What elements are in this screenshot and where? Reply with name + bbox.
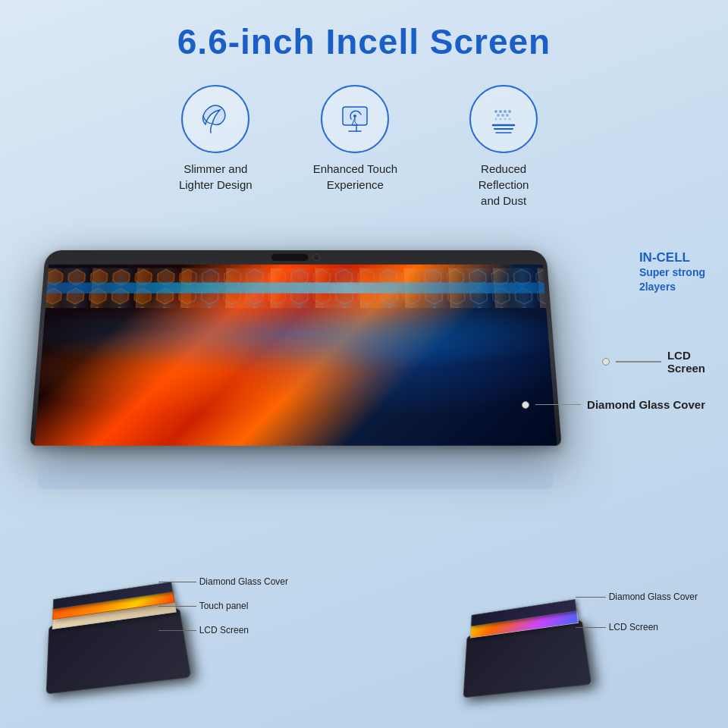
touch-icon: [335, 99, 375, 139]
feature-label-touch: Enhanced TouchExperience: [313, 161, 397, 193]
svg-point-8: [501, 114, 504, 117]
floor-reflection: [38, 444, 554, 489]
incell-title: IN-CELL: [639, 250, 705, 265]
right-label-diamond-text: Diamond Glass Cover: [609, 592, 698, 602]
svg-point-7: [497, 114, 500, 117]
header-section: 6.6-inch Incell Screen: [0, 0, 728, 77]
camera-slot: [271, 254, 309, 261]
svg-rect-23: [46, 282, 546, 293]
feature-label-slimmer: Slimmer andLighter Design: [179, 161, 253, 193]
phone-body: [30, 250, 561, 446]
left-label-diamond: Diamond Glass Cover: [158, 576, 288, 587]
svg-point-9: [506, 114, 509, 117]
svg-point-10: [495, 118, 497, 121]
callout-line-lcd: [616, 361, 661, 362]
left-label-lcd: LCD Screen: [158, 625, 288, 635]
callout-dot-diamond: [522, 401, 529, 409]
callout-dot-lcd: [602, 358, 610, 366]
svg-point-13: [509, 118, 511, 121]
right-label-lcd-text: LCD Screen: [609, 622, 658, 632]
right-exploded-view: Diamond Glass Cover LCD Screen: [455, 561, 698, 705]
right-labels: Diamond Glass Cover LCD Screen: [576, 592, 698, 632]
incell-subtitle: Super strong2layers: [639, 265, 705, 293]
bottom-section: Diamond Glass Cover Touch panel LCD Scre…: [0, 554, 728, 728]
svg-point-3: [494, 110, 497, 113]
diamond-callout: Diamond Glass Cover: [522, 398, 705, 411]
callout-text-diamond: Diamond Glass Cover: [587, 398, 705, 411]
feature-label-reflection: Reduced Reflectionand Dust: [458, 161, 549, 209]
page-title: 6.6-inch Incell Screen: [0, 21, 728, 62]
left-exploded-view: Diamond Glass Cover Touch panel LCD Scre…: [30, 554, 288, 705]
left-label-touch-text: Touch panel: [199, 601, 249, 611]
callout-text-lcd: LCDScreen: [667, 349, 705, 375]
left-label-diamond-text: Diamond Glass Cover: [199, 576, 288, 587]
screen-section: IN-CELL Super strong2layers LCDScreen Di…: [0, 231, 728, 489]
feather-icon: [196, 99, 235, 139]
right-label-lcd: LCD Screen: [576, 622, 698, 632]
left-labels: Diamond Glass Cover Touch panel LCD Scre…: [158, 576, 288, 635]
right-layer-stack: [463, 595, 584, 694]
svg-point-1: [353, 115, 356, 118]
feature-circle-slimmer: [181, 85, 249, 153]
camera-area: [271, 254, 320, 261]
feature-circle-touch: [321, 85, 389, 153]
svg-point-11: [500, 118, 502, 121]
lcd-callout: LCDScreen: [602, 349, 705, 375]
svg-point-12: [504, 118, 507, 121]
feature-touch: Enhanced TouchExperience: [313, 85, 397, 209]
svg-point-6: [508, 110, 511, 113]
camera-dot: [312, 254, 320, 261]
left-label-touch: Touch panel: [158, 601, 288, 611]
phone-screen: [35, 265, 557, 446]
svg-point-4: [499, 110, 502, 113]
feature-slimmer: Slimmer andLighter Design: [179, 85, 253, 209]
feature-reflection: Reduced Reflectionand Dust: [458, 85, 549, 209]
feature-circle-reflection: [469, 85, 538, 153]
features-row: Slimmer andLighter Design Enhanced Touch…: [0, 77, 728, 224]
right-label-diamond: Diamond Glass Cover: [576, 592, 698, 602]
incell-label: IN-CELL Super strong2layers: [639, 250, 705, 293]
reflection-icon: [484, 99, 523, 139]
left-label-lcd-text: LCD Screen: [199, 625, 249, 635]
callout-line-diamond: [535, 404, 581, 406]
svg-point-5: [504, 110, 507, 113]
hex-strip: [46, 268, 546, 308]
